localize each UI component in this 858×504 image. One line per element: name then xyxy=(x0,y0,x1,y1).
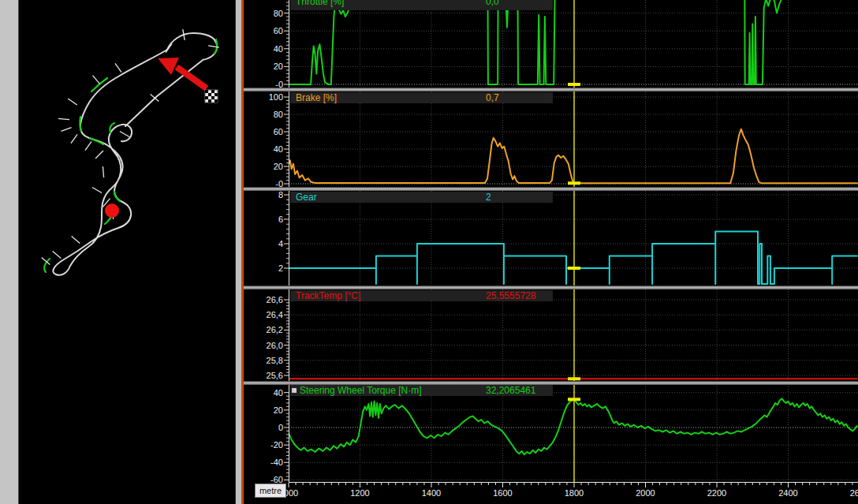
axes: 10080604020-010080604020-0864226,626,426… xyxy=(267,0,858,498)
trace-throttle xyxy=(289,0,858,84)
x-tick-label: 2600 xyxy=(850,488,858,498)
y-tick-label: 60 xyxy=(274,26,283,35)
channel-cursor-value: 32,2065461 xyxy=(486,385,535,396)
x-tick-label: 1400 xyxy=(422,488,441,498)
trace-steering xyxy=(289,398,858,454)
chart-separator[interactable] xyxy=(244,187,858,191)
y-tick-label: 80 xyxy=(274,9,283,18)
panel-splitter[interactable] xyxy=(235,0,241,504)
y-tick-label: 60 xyxy=(274,127,283,136)
y-tick-label: 20 xyxy=(274,62,283,71)
left-toolbar-strip xyxy=(0,0,19,504)
y-tick-label: 25,6 xyxy=(267,371,283,380)
chart-strip-brake[interactable] xyxy=(289,91,858,186)
channel-label-row-steering[interactable]: Steering Wheel Torque [N·m]32,2065461 xyxy=(290,385,553,396)
y-tick-label: 40 xyxy=(274,44,283,54)
y-tick-label: 20 xyxy=(274,405,283,415)
cursor-marker-throttle xyxy=(568,83,580,86)
track-map-panel[interactable] xyxy=(19,0,235,504)
cursor[interactable] xyxy=(568,0,580,482)
x-tick-label: 1200 xyxy=(350,488,369,498)
distance-tick-marks xyxy=(42,29,219,264)
trace-brake xyxy=(289,129,858,184)
y-tick-label: 40 xyxy=(274,144,283,154)
channel-name: Steering Wheel Torque [N·m] xyxy=(300,385,422,396)
cursor-marker-gear xyxy=(568,267,580,270)
y-tick-label: 25,8 xyxy=(267,356,283,365)
channel-cursor-value: 25,5555728 xyxy=(486,290,535,301)
x-tick-label: 2200 xyxy=(707,488,726,498)
y-tick-label: 2 xyxy=(278,263,283,273)
finish-flag-icon xyxy=(205,90,218,103)
y-tick-label: -20 xyxy=(270,440,283,450)
y-tick-label: 4 xyxy=(278,239,283,248)
x-axis-unit-label: metre xyxy=(255,483,286,498)
car-position-dot xyxy=(105,203,119,218)
y-tick-label: 100 xyxy=(269,92,283,102)
channel-cursor-value: 2 xyxy=(486,192,491,203)
x-tick-label: 2400 xyxy=(778,488,797,498)
x-tick-label: 1800 xyxy=(565,488,584,498)
channel-cursor-value: 0,7 xyxy=(486,92,499,103)
cursor-marker-tracktemp xyxy=(568,377,580,380)
chart-strip-throttle[interactable] xyxy=(289,0,858,87)
y-tick-label: 0 xyxy=(278,423,283,432)
y-tick-label: 26,0 xyxy=(267,341,283,350)
channel-name: Throttle [%] xyxy=(296,0,344,7)
oscilloscope-panel[interactable]: metre 10080604020-010080604020-0864226,6… xyxy=(244,0,858,504)
y-tick-label: 40 xyxy=(274,388,283,398)
channel-cursor-value: 0,0 xyxy=(486,0,499,7)
x-tick-label: 1600 xyxy=(493,488,512,498)
charts-canvas: 10080604020-010080604020-0864226,626,426… xyxy=(244,0,858,504)
cursor-marker-brake xyxy=(568,181,580,185)
selected-channel-icon xyxy=(292,388,297,393)
y-tick-label: 26,6 xyxy=(267,295,283,304)
channel-name: Brake [%] xyxy=(296,92,337,103)
chart-strip-gear[interactable] xyxy=(289,191,858,285)
trace-gear xyxy=(289,232,858,285)
track-outline xyxy=(53,33,217,275)
x-tick-label: 2000 xyxy=(636,488,655,498)
chart-strip-tracktemp[interactable] xyxy=(289,289,858,382)
track-map xyxy=(19,0,235,504)
channel-name: Gear xyxy=(296,192,317,203)
y-tick-label: 26,4 xyxy=(267,310,283,319)
telemetry-window: metre 10080604020-010080604020-0864226,6… xyxy=(0,0,858,504)
y-tick-label: 80 xyxy=(274,110,283,119)
y-tick-label: 26,2 xyxy=(267,325,283,334)
channel-label-row-tracktemp[interactable]: TrackTemp [°C]25,5555728 xyxy=(290,290,553,301)
channel-label-row-brake[interactable]: Brake [%]0,7 xyxy=(290,92,553,103)
cursor-marker-steering xyxy=(568,398,580,401)
y-tick-label: 8 xyxy=(278,190,283,200)
channel-label-row-throttle[interactable]: Throttle [%]0,0 xyxy=(290,0,553,10)
channel-name: TrackTemp [°C] xyxy=(296,290,360,301)
channel-label-row-gear[interactable]: Gear2 xyxy=(290,192,553,203)
y-tick-label: 6 xyxy=(278,215,283,224)
y-tick-label: -40 xyxy=(270,457,283,467)
chart-separator[interactable] xyxy=(244,88,858,91)
chart-separator[interactable] xyxy=(244,286,858,289)
y-tick-label: 20 xyxy=(274,162,283,171)
